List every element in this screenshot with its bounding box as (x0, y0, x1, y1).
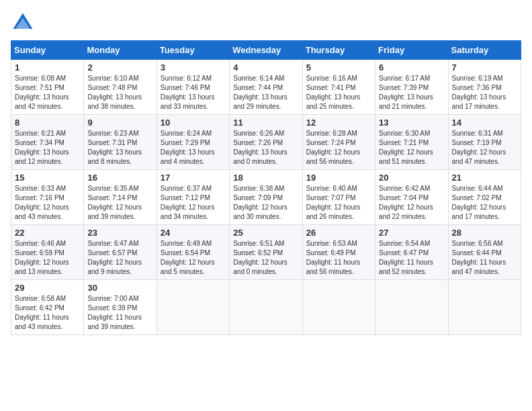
week-row-4: 22Sunrise: 6:46 AM Sunset: 6:59 PM Dayli… (11, 225, 521, 280)
day-info: Sunrise: 6:10 AM Sunset: 7:48 PM Dayligh… (87, 74, 152, 111)
day-info: Sunrise: 6:47 AM Sunset: 6:57 PM Dayligh… (87, 239, 152, 277)
day-cell: 11Sunrise: 6:26 AM Sunset: 7:26 PM Dayli… (230, 115, 302, 170)
day-info: Sunrise: 6:42 AM Sunset: 7:04 PM Dayligh… (379, 184, 444, 222)
day-number: 28 (452, 228, 517, 238)
day-info: Sunrise: 6:14 AM Sunset: 7:44 PM Dayligh… (233, 74, 298, 111)
day-cell (157, 280, 229, 335)
day-number: 11 (233, 118, 298, 128)
week-row-1: 1Sunrise: 6:08 AM Sunset: 7:51 PM Daylig… (11, 60, 521, 115)
day-number: 22 (15, 228, 80, 238)
day-number: 20 (379, 173, 444, 183)
day-number: 12 (306, 118, 371, 128)
day-cell: 3Sunrise: 6:12 AM Sunset: 7:46 PM Daylig… (157, 60, 229, 115)
day-cell: 14Sunrise: 6:31 AM Sunset: 7:19 PM Dayli… (448, 115, 521, 170)
day-number: 9 (87, 118, 152, 128)
day-info: Sunrise: 6:12 AM Sunset: 7:46 PM Dayligh… (161, 74, 226, 111)
day-cell: 26Sunrise: 6:53 AM Sunset: 6:49 PM Dayli… (302, 225, 375, 280)
day-info: Sunrise: 6:53 AM Sunset: 6:49 PM Dayligh… (306, 239, 371, 277)
day-number: 5 (306, 62, 371, 73)
day-info: Sunrise: 6:33 AM Sunset: 7:16 PM Dayligh… (15, 184, 80, 222)
day-number: 7 (452, 62, 517, 73)
week-row-2: 8Sunrise: 6:21 AM Sunset: 7:34 PM Daylig… (11, 115, 521, 170)
day-number: 26 (306, 228, 371, 238)
day-cell (230, 280, 302, 335)
day-cell: 4Sunrise: 6:14 AM Sunset: 7:44 PM Daylig… (230, 60, 302, 115)
day-number: 6 (379, 62, 444, 73)
day-info: Sunrise: 6:44 AM Sunset: 7:02 PM Dayligh… (452, 184, 517, 222)
day-info: Sunrise: 6:54 AM Sunset: 6:47 PM Dayligh… (379, 239, 444, 277)
day-info: Sunrise: 6:58 AM Sunset: 6:42 PM Dayligh… (15, 294, 80, 332)
day-number: 8 (15, 118, 80, 128)
day-info: Sunrise: 6:30 AM Sunset: 7:21 PM Dayligh… (379, 129, 444, 167)
day-cell: 17Sunrise: 6:37 AM Sunset: 7:12 PM Dayli… (157, 170, 229, 225)
day-cell: 9Sunrise: 6:23 AM Sunset: 7:31 PM Daylig… (84, 115, 157, 170)
day-number: 4 (233, 62, 298, 73)
day-cell: 20Sunrise: 6:42 AM Sunset: 7:04 PM Dayli… (375, 170, 448, 225)
day-cell (375, 280, 448, 335)
header-wednesday: Wednesday (230, 41, 302, 60)
header-saturday: Saturday (448, 41, 521, 60)
day-cell: 12Sunrise: 6:28 AM Sunset: 7:24 PM Dayli… (302, 115, 375, 170)
day-cell (448, 280, 521, 335)
day-number: 23 (87, 228, 152, 238)
day-info: Sunrise: 6:26 AM Sunset: 7:26 PM Dayligh… (233, 129, 298, 167)
day-cell: 23Sunrise: 6:47 AM Sunset: 6:57 PM Dayli… (84, 225, 157, 280)
day-number: 16 (87, 173, 152, 183)
day-cell: 24Sunrise: 6:49 AM Sunset: 6:54 PM Dayli… (157, 225, 229, 280)
day-cell: 15Sunrise: 6:33 AM Sunset: 7:16 PM Dayli… (11, 170, 84, 225)
day-cell: 5Sunrise: 6:16 AM Sunset: 7:41 PM Daylig… (302, 60, 375, 115)
header-row: SundayMondayTuesdayWednesdayThursdayFrid… (11, 41, 521, 60)
day-info: Sunrise: 6:35 AM Sunset: 7:14 PM Dayligh… (87, 184, 152, 222)
day-number: 13 (379, 118, 444, 128)
day-number: 24 (161, 228, 226, 238)
day-info: Sunrise: 6:16 AM Sunset: 7:41 PM Dayligh… (306, 74, 371, 111)
day-cell: 8Sunrise: 6:21 AM Sunset: 7:34 PM Daylig… (11, 115, 84, 170)
day-info: Sunrise: 6:37 AM Sunset: 7:12 PM Dayligh… (161, 184, 226, 222)
day-info: Sunrise: 6:56 AM Sunset: 6:44 PM Dayligh… (452, 239, 517, 277)
day-info: Sunrise: 6:08 AM Sunset: 7:51 PM Dayligh… (15, 74, 80, 111)
day-cell: 6Sunrise: 6:17 AM Sunset: 7:39 PM Daylig… (375, 60, 448, 115)
day-info: Sunrise: 7:00 AM Sunset: 6:39 PM Dayligh… (87, 294, 152, 332)
day-cell: 7Sunrise: 6:19 AM Sunset: 7:36 PM Daylig… (448, 60, 521, 115)
day-number: 10 (161, 118, 226, 128)
calendar-header: SundayMondayTuesdayWednesdayThursdayFrid… (11, 41, 521, 60)
day-cell: 29Sunrise: 6:58 AM Sunset: 6:42 PM Dayli… (11, 280, 84, 335)
day-info: Sunrise: 6:46 AM Sunset: 6:59 PM Dayligh… (15, 239, 80, 277)
day-number: 19 (306, 173, 371, 183)
day-info: Sunrise: 6:24 AM Sunset: 7:29 PM Dayligh… (161, 129, 226, 167)
day-info: Sunrise: 6:51 AM Sunset: 6:52 PM Dayligh… (233, 239, 298, 277)
day-cell: 13Sunrise: 6:30 AM Sunset: 7:21 PM Dayli… (375, 115, 448, 170)
day-info: Sunrise: 6:23 AM Sunset: 7:31 PM Dayligh… (87, 129, 152, 167)
header-thursday: Thursday (302, 41, 375, 60)
day-info: Sunrise: 6:28 AM Sunset: 7:24 PM Dayligh… (306, 129, 371, 167)
day-info: Sunrise: 6:38 AM Sunset: 7:09 PM Dayligh… (233, 184, 298, 222)
header-monday: Monday (84, 41, 157, 60)
day-cell: 30Sunrise: 7:00 AM Sunset: 6:39 PM Dayli… (84, 280, 157, 335)
day-number: 14 (452, 118, 517, 128)
day-number: 29 (15, 283, 80, 293)
day-number: 17 (161, 173, 226, 183)
day-number: 21 (452, 173, 517, 183)
day-cell: 21Sunrise: 6:44 AM Sunset: 7:02 PM Dayli… (448, 170, 521, 225)
day-number: 1 (15, 62, 80, 73)
day-number: 2 (87, 62, 152, 73)
calendar-body: 1Sunrise: 6:08 AM Sunset: 7:51 PM Daylig… (11, 60, 521, 335)
week-row-3: 15Sunrise: 6:33 AM Sunset: 7:16 PM Dayli… (11, 170, 521, 225)
day-cell: 2Sunrise: 6:10 AM Sunset: 7:48 PM Daylig… (84, 60, 157, 115)
day-cell (302, 280, 375, 335)
day-cell: 10Sunrise: 6:24 AM Sunset: 7:29 PM Dayli… (157, 115, 229, 170)
header-sunday: Sunday (11, 41, 84, 60)
day-cell: 25Sunrise: 6:51 AM Sunset: 6:52 PM Dayli… (230, 225, 302, 280)
day-number: 18 (233, 173, 298, 183)
logo-icon (11, 11, 35, 35)
header (11, 11, 521, 35)
day-info: Sunrise: 6:31 AM Sunset: 7:19 PM Dayligh… (452, 129, 517, 167)
day-cell: 22Sunrise: 6:46 AM Sunset: 6:59 PM Dayli… (11, 225, 84, 280)
day-number: 25 (233, 228, 298, 238)
day-cell: 1Sunrise: 6:08 AM Sunset: 7:51 PM Daylig… (11, 60, 84, 115)
day-cell: 27Sunrise: 6:54 AM Sunset: 6:47 PM Dayli… (375, 225, 448, 280)
day-info: Sunrise: 6:49 AM Sunset: 6:54 PM Dayligh… (161, 239, 226, 277)
day-number: 30 (87, 283, 152, 293)
day-info: Sunrise: 6:17 AM Sunset: 7:39 PM Dayligh… (379, 74, 444, 111)
calendar: SundayMondayTuesdayWednesdayThursdayFrid… (11, 40, 521, 335)
